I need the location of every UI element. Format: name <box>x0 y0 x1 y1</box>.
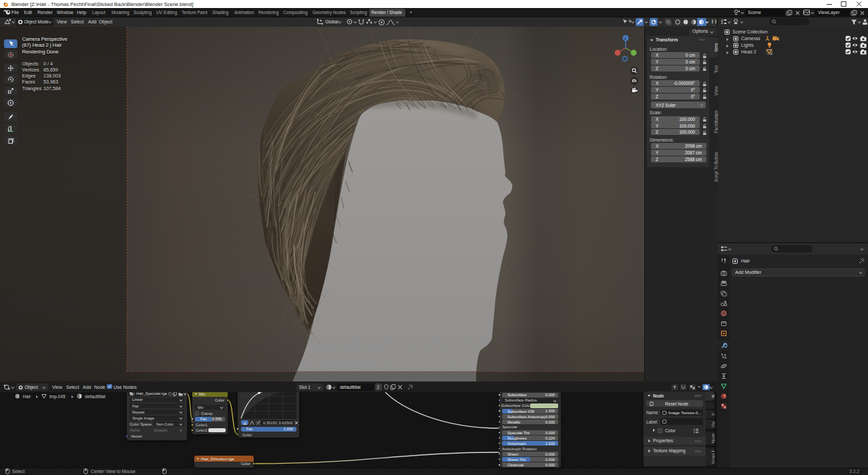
svg-text:Z: Z <box>624 37 627 41</box>
